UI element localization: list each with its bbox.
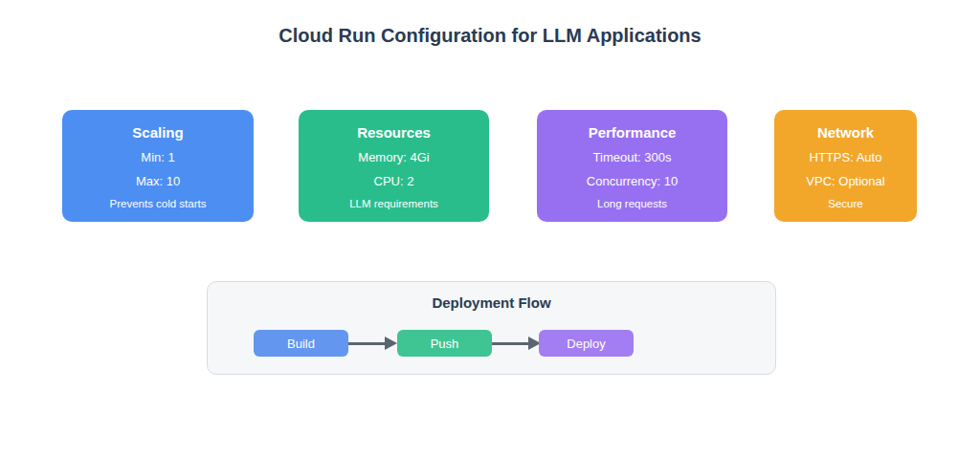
- card-performance-line-concurrency: Concurrency: 10: [587, 174, 678, 189]
- arrow-right-icon: [348, 330, 397, 357]
- flow-step-build-label: Build: [287, 337, 315, 351]
- arrow-head: [385, 337, 397, 350]
- card-network-title: Network: [817, 123, 874, 142]
- flow-step-push: Push: [397, 330, 492, 357]
- card-scaling-line-min: Min: 1: [141, 150, 174, 165]
- card-resources-note: LLM requirements: [349, 197, 438, 210]
- deployment-flow-title: Deployment Flow: [208, 294, 775, 311]
- diagram-canvas: Cloud Run Configuration for LLM Applicat…: [0, 0, 980, 457]
- card-resources-title: Resources: [357, 123, 431, 142]
- card-network: Network HTTPS: Auto VPC: Optional Secure: [774, 110, 917, 222]
- card-resources-line-cpu: CPU: 2: [374, 174, 414, 189]
- deployment-flow-panel: Deployment Flow Build Push Deploy: [207, 281, 776, 375]
- arrow-line: [492, 342, 528, 345]
- card-scaling-note: Prevents cold starts: [110, 197, 207, 210]
- arrow-line: [348, 342, 385, 345]
- card-scaling: Scaling Min: 1 Max: 10 Prevents cold sta…: [62, 110, 254, 222]
- flow-step-push-label: Push: [431, 337, 459, 351]
- page-title: Cloud Run Configuration for LLM Applicat…: [0, 25, 980, 47]
- card-performance-note: Long requests: [597, 197, 667, 210]
- arrow-right-icon: [492, 330, 541, 357]
- card-resources: Resources Memory: 4Gi CPU: 2 LLM require…: [299, 110, 489, 222]
- card-network-line-https: HTTPS: Auto: [810, 150, 882, 165]
- card-resources-line-memory: Memory: 4Gi: [358, 150, 429, 165]
- card-performance-title: Performance: [589, 123, 677, 142]
- card-performance: Performance Timeout: 300s Concurrency: 1…: [537, 110, 727, 222]
- flow-step-build: Build: [254, 330, 348, 357]
- flow-step-deploy: Deploy: [539, 330, 634, 357]
- card-performance-line-timeout: Timeout: 300s: [593, 150, 672, 165]
- flow-step-deploy-label: Deploy: [567, 337, 605, 351]
- card-scaling-title: Scaling: [132, 123, 183, 142]
- card-scaling-line-max: Max: 10: [136, 174, 180, 189]
- card-network-note: Secure: [828, 197, 862, 210]
- card-network-line-vpc: VPC: Optional: [806, 174, 884, 189]
